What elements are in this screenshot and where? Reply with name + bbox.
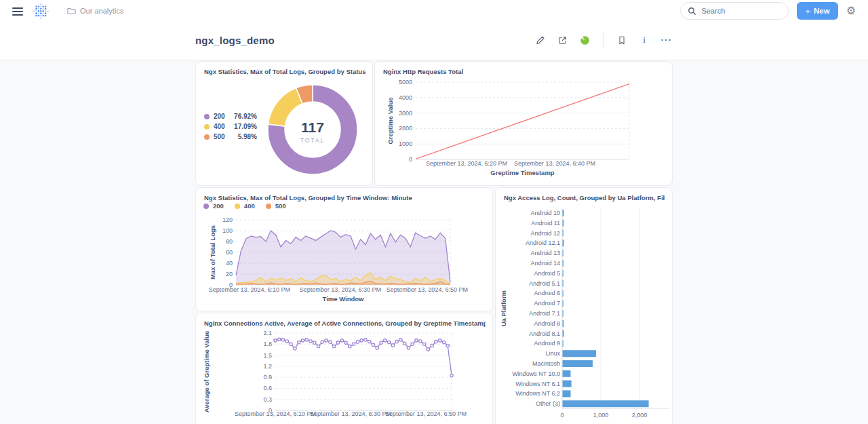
svg-text:Android 14: Android 14 [530, 260, 560, 267]
svg-text:Android 12.1: Android 12.1 [526, 239, 560, 246]
svg-text:Android 7: Android 7 [534, 300, 560, 307]
page-title: ngx_logs_demo [195, 35, 275, 46]
svg-text:0: 0 [560, 412, 564, 419]
bookmark-icon[interactable] [616, 34, 628, 46]
svg-text:2,000: 2,000 [632, 412, 648, 419]
info-icon[interactable]: i [638, 34, 650, 46]
svg-text:September 13, 2024, 6:40 PM: September 13, 2024, 6:40 PM [514, 160, 595, 167]
svg-text:0.6: 0.6 [263, 385, 272, 391]
svg-text:Windows NT 6.2: Windows NT 6.2 [515, 390, 560, 397]
svg-text:Windows NT 6.1: Windows NT 6.1 [515, 381, 560, 387]
marker-line-chart: 00.30.60.91.21.51.82.1Average of Greptim… [196, 313, 493, 424]
svg-text:Other (3): Other (3) [536, 400, 560, 407]
svg-text:1.5: 1.5 [263, 352, 272, 359]
svg-text:Greptime Value: Greptime Value [387, 97, 394, 144]
svg-text:Android 12: Android 12 [530, 230, 560, 237]
svg-text:0.9: 0.9 [263, 374, 272, 381]
svg-text:Android 6: Android 6 [534, 290, 560, 296]
svg-text:20: 20 [226, 271, 233, 277]
svg-text:Android 5: Android 5 [534, 270, 560, 277]
open-in-new-icon[interactable] [556, 34, 568, 46]
svg-text:Greptime Timestamp: Greptime Timestamp [490, 169, 555, 176]
plus-icon: + [805, 7, 810, 16]
svg-text:117: 117 [301, 119, 324, 135]
svg-text:Android 11: Android 11 [531, 220, 560, 227]
svg-text:Android 8: Android 8 [534, 320, 560, 327]
svg-text:Ua Platform: Ua Platform [500, 290, 507, 326]
svg-text:100: 100 [222, 227, 233, 234]
svg-text:September 13, 2024, 6:30 PM: September 13, 2024, 6:30 PM [310, 410, 391, 417]
svg-text:2.1: 2.1 [263, 330, 272, 336]
breadcrumb[interactable]: Our analytics [67, 7, 123, 15]
bar-chart: 01,0002,000Android 10Android 11Android 1… [496, 188, 673, 424]
greptime-logo-icon[interactable] [33, 3, 50, 20]
svg-text:1000: 1000 [399, 140, 412, 147]
edit-pencil-icon[interactable] [534, 34, 546, 46]
svg-text:5000: 5000 [399, 79, 412, 85]
svg-text:2000: 2000 [399, 125, 412, 132]
svg-text:Max of Total Logs: Max of Total Logs [209, 225, 216, 280]
new-button-label: New [814, 7, 830, 15]
svg-text:40: 40 [226, 260, 233, 267]
svg-text:0: 0 [409, 156, 412, 163]
svg-text:TOTAL: TOTAL [300, 137, 326, 144]
svg-text:September 13, 2024, 6:10 PM: September 13, 2024, 6:10 PM [209, 286, 290, 293]
settings-gear-icon[interactable]: ⚙ [846, 5, 856, 16]
svg-text:4000: 4000 [399, 94, 412, 101]
folder-icon [67, 7, 76, 15]
svg-text:September 13, 2024, 6:30 PM: September 13, 2024, 6:30 PM [300, 286, 381, 293]
line-chart: 010002000300040005000Greptime ValueSepte… [375, 62, 673, 186]
svg-text:3000: 3000 [399, 110, 412, 117]
status-green-icon[interactable] [578, 34, 591, 46]
menu-icon[interactable] [12, 7, 23, 16]
panel-ua-platform[interactable]: Ngx Access Log, Count, Grouped by Ua Pla… [495, 187, 673, 424]
svg-text:Android 8.1: Android 8.1 [529, 330, 560, 337]
svg-text:September 13, 2024, 6:50 PM: September 13, 2024, 6:50 PM [385, 410, 467, 417]
dashboard-header: ngx_logs_demo [195, 30, 673, 50]
svg-text:Android 10: Android 10 [530, 210, 560, 216]
svg-text:Time Window: Time Window [323, 295, 365, 303]
donut-chart: 117TOTAL [196, 62, 373, 186]
panel-timewindow-area[interactable]: Ngx Statistics, Max of Total Logs, Group… [195, 187, 493, 311]
svg-text:80: 80 [226, 238, 233, 245]
svg-text:1,000: 1,000 [593, 412, 609, 419]
divider [603, 33, 604, 47]
svg-text:120: 120 [222, 216, 233, 223]
svg-text:1.2: 1.2 [263, 363, 272, 370]
search-placeholder: Search [701, 7, 725, 15]
new-button[interactable]: + New [797, 2, 837, 20]
svg-text:September 13, 2024, 6:50 PM: September 13, 2024, 6:50 PM [387, 286, 468, 293]
svg-text:Android 5.1: Android 5.1 [529, 280, 560, 287]
svg-text:September 13, 2024, 6:10 PM: September 13, 2024, 6:10 PM [235, 410, 316, 417]
svg-text:Macintosh: Macintosh [532, 360, 560, 367]
panel-connections[interactable]: Nginx Connections Active, Average of Act… [195, 313, 493, 424]
top-nav: Our analytics Search + New ⚙ [0, 0, 868, 22]
svg-text:0.3: 0.3 [263, 396, 272, 403]
svg-text:Android 7.1: Android 7.1 [529, 310, 560, 317]
panel-status-donut[interactable]: Ngx Statistics, Max of Total Logs, Group… [195, 61, 373, 186]
search-input[interactable]: Search [680, 2, 789, 20]
svg-text:Linux: Linux [545, 350, 560, 357]
svg-text:1.8: 1.8 [263, 341, 272, 347]
svg-text:Average of Greptime Value: Average of Greptime Value [203, 331, 210, 413]
more-ellipsis-icon[interactable]: ··· [660, 34, 673, 46]
panel-http-requests[interactable]: Nginx Http Requests Total 01000200030004… [374, 61, 673, 186]
svg-text:Android 9: Android 9 [534, 340, 560, 347]
dashboard-page: Our analytics Search + New ⚙ ngx_logs_de… [0, 0, 868, 424]
breadcrumb-label: Our analytics [80, 7, 123, 15]
svg-text:60: 60 [226, 249, 233, 256]
svg-text:September 13, 2024, 6:20 PM: September 13, 2024, 6:20 PM [426, 160, 507, 167]
search-icon [688, 7, 696, 16]
area-chart: 020406080100120Max of Total LogsSeptembe… [196, 188, 493, 311]
svg-text:Windows NT 10.0: Windows NT 10.0 [512, 370, 560, 377]
svg-text:Android 13: Android 13 [530, 250, 560, 256]
